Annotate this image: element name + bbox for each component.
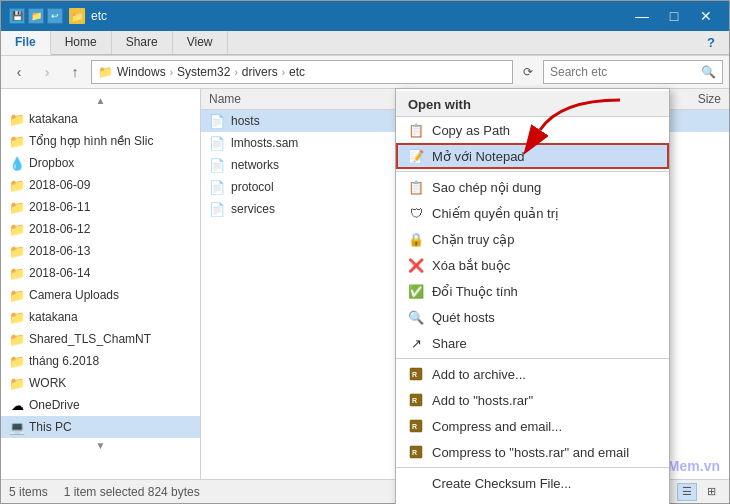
cm-copy-as-path[interactable]: 📋 Copy as Path bbox=[396, 117, 669, 143]
cm-copy-content[interactable]: 📋 Sao chép nội dung bbox=[396, 174, 669, 200]
cm-add-rar-label: Add to "hosts.rar" bbox=[432, 393, 657, 408]
search-icon: 🔍 bbox=[701, 65, 716, 79]
sidebar-item-work[interactable]: 📁 WORK bbox=[1, 372, 200, 394]
folder-icon: 📁 bbox=[9, 309, 25, 325]
folder-icon: 📁 bbox=[9, 265, 25, 281]
tab-share[interactable]: Share bbox=[112, 31, 173, 54]
close-button[interactable]: ✕ bbox=[691, 6, 721, 26]
svg-text:R: R bbox=[412, 423, 417, 430]
sidebar: ▲ 📁 katakana 📁 Tổng hợp hình nền Slic 💧 … bbox=[1, 89, 201, 479]
window-folder-icon: 📁 bbox=[69, 8, 85, 24]
sidebar-item-2018-06-12[interactable]: 📁 2018-06-12 bbox=[1, 218, 200, 240]
sidebar-scroll-up[interactable]: ▲ bbox=[1, 93, 200, 108]
folder-icon: 📁 bbox=[9, 243, 25, 259]
cm-create-checksum[interactable]: Create Checksum File... bbox=[396, 470, 669, 496]
sidebar-item-dropbox[interactable]: 💧 Dropbox bbox=[1, 152, 200, 174]
ribbon: File Home Share View ? bbox=[1, 31, 729, 56]
quick-undo-icon[interactable]: ↩ bbox=[47, 8, 63, 24]
folder-icon: 📁 bbox=[9, 287, 25, 303]
add-rar-icon: R bbox=[408, 392, 424, 408]
sidebar-label-camera: Camera Uploads bbox=[29, 288, 119, 302]
scroll-down-arrow[interactable]: ▼ bbox=[96, 440, 106, 451]
help-button[interactable]: ? bbox=[693, 31, 729, 54]
folder-icon: 📁 bbox=[9, 177, 25, 193]
cm-block-label: Chặn truy cập bbox=[432, 232, 657, 247]
folder-icon: 📁 bbox=[9, 353, 25, 369]
sidebar-item-shared-tls[interactable]: 📁 Shared_TLS_ChamNT bbox=[1, 328, 200, 350]
path-windows: Windows bbox=[117, 65, 166, 79]
path-system32: System32 bbox=[177, 65, 230, 79]
search-input[interactable] bbox=[550, 65, 701, 79]
refresh-button[interactable]: ⟳ bbox=[517, 61, 539, 83]
sidebar-label-thang-6: tháng 6.2018 bbox=[29, 354, 99, 368]
quick-save-icon[interactable]: 💾 bbox=[9, 8, 25, 24]
folder-icon: 📁 bbox=[9, 111, 25, 127]
tab-view[interactable]: View bbox=[173, 31, 228, 54]
cm-add-hosts-rar[interactable]: R Add to "hosts.rar" bbox=[396, 387, 669, 413]
scroll-up-arrow[interactable]: ▲ bbox=[96, 95, 106, 106]
title-bar-left: 💾 📁 ↩ 📁 etc bbox=[9, 8, 107, 24]
cm-attributes-label: Đổi Thuộc tính bbox=[432, 284, 657, 299]
sidebar-item-2018-06-09[interactable]: 📁 2018-06-09 bbox=[1, 174, 200, 196]
dropbox-icon: 💧 bbox=[9, 155, 25, 171]
sidebar-item-2018-06-14[interactable]: 📁 2018-06-14 bbox=[1, 262, 200, 284]
cm-change-attributes[interactable]: ✅ Đổi Thuộc tính bbox=[396, 278, 669, 304]
file-icon-lmhosts: 📄 bbox=[209, 135, 225, 151]
cm-admin-rights[interactable]: 🛡 Chiếm quyền quản trị bbox=[396, 200, 669, 226]
cm-compress-rar-email-label: Compress to "hosts.rar" and email bbox=[432, 445, 657, 460]
details-view-button[interactable]: ☰ bbox=[677, 483, 697, 501]
sidebar-label-work: WORK bbox=[29, 376, 66, 390]
address-path[interactable]: 📁 Windows › System32 › drivers › etc bbox=[91, 60, 513, 84]
folder-icon: 📁 bbox=[9, 331, 25, 347]
cm-force-delete[interactable]: ❌ Xóa bắt buộc bbox=[396, 252, 669, 278]
sidebar-item-camera-uploads[interactable]: 📁 Camera Uploads bbox=[1, 284, 200, 306]
back-button[interactable]: ‹ bbox=[7, 61, 31, 83]
tab-home[interactable]: Home bbox=[51, 31, 112, 54]
forward-button[interactable]: › bbox=[35, 61, 59, 83]
sidebar-scroll-down[interactable]: ▼ bbox=[1, 438, 200, 453]
file-icon-hosts: 📄 bbox=[209, 113, 225, 129]
cm-open-notepad[interactable]: 📝 Mở với Notepad bbox=[396, 143, 669, 169]
cm-sep-1 bbox=[396, 171, 669, 172]
cm-checksum-label: Create Checksum File... bbox=[432, 476, 657, 491]
sidebar-item-2018-06-11[interactable]: 📁 2018-06-11 bbox=[1, 196, 200, 218]
scan-icon: 🔍 bbox=[408, 309, 424, 325]
cm-copy-content-label: Sao chép nội dung bbox=[432, 180, 657, 195]
path-drivers: drivers bbox=[242, 65, 278, 79]
sidebar-item-katakana2[interactable]: 📁 katakana bbox=[1, 306, 200, 328]
sidebar-item-katakana[interactable]: 📁 katakana bbox=[1, 108, 200, 130]
large-icons-view-button[interactable]: ⊞ bbox=[701, 483, 721, 501]
cm-scan-hosts[interactable]: 🔍 Quét hosts bbox=[396, 304, 669, 330]
sidebar-item-this-pc[interactable]: 💻 This PC bbox=[1, 416, 200, 438]
onedrive-icon: ☁ bbox=[9, 397, 25, 413]
cm-force-delete-label: Xóa bắt buộc bbox=[432, 258, 657, 273]
thispc-icon: 💻 bbox=[9, 419, 25, 435]
cm-compress-rar-email[interactable]: R Compress to "hosts.rar" and email bbox=[396, 439, 669, 465]
cm-add-archive[interactable]: R Add to archive... bbox=[396, 361, 669, 387]
maximize-button[interactable]: □ bbox=[659, 6, 689, 26]
tab-file[interactable]: File bbox=[1, 31, 51, 55]
sidebar-item-tonghop[interactable]: 📁 Tổng hợp hình nền Slic bbox=[1, 130, 200, 152]
up-button[interactable]: ↑ bbox=[63, 61, 87, 83]
quick-folder-icon[interactable]: 📁 bbox=[28, 8, 44, 24]
svg-text:R: R bbox=[412, 397, 417, 404]
archive-icon: R bbox=[408, 366, 424, 382]
cm-add-archive-label: Add to archive... bbox=[432, 367, 657, 382]
cm-restore-versions[interactable]: Restore previous versions bbox=[396, 496, 669, 504]
sidebar-item-thang-6[interactable]: 📁 tháng 6.2018 bbox=[1, 350, 200, 372]
cm-block-access[interactable]: 🔒 Chặn truy cập bbox=[396, 226, 669, 252]
ribbon-tabs: File Home Share View ? bbox=[1, 31, 729, 55]
sidebar-item-onedrive[interactable]: ☁ OneDrive bbox=[1, 394, 200, 416]
sidebar-label-2018-06-12: 2018-06-12 bbox=[29, 222, 90, 236]
path-sep-2: › bbox=[234, 67, 237, 78]
notepad-icon: 📝 bbox=[408, 148, 424, 164]
cm-share[interactable]: ↗ Share bbox=[396, 330, 669, 356]
attributes-icon: ✅ bbox=[408, 283, 424, 299]
search-box[interactable]: 🔍 bbox=[543, 60, 723, 84]
cm-compress-email[interactable]: R Compress and email... bbox=[396, 413, 669, 439]
title-bar: 💾 📁 ↩ 📁 etc — □ ✕ bbox=[1, 1, 729, 31]
sidebar-item-2018-06-13[interactable]: 📁 2018-06-13 bbox=[1, 240, 200, 262]
minimize-button[interactable]: — bbox=[627, 6, 657, 26]
copy-content-icon: 📋 bbox=[408, 179, 424, 195]
cm-sep-2 bbox=[396, 358, 669, 359]
